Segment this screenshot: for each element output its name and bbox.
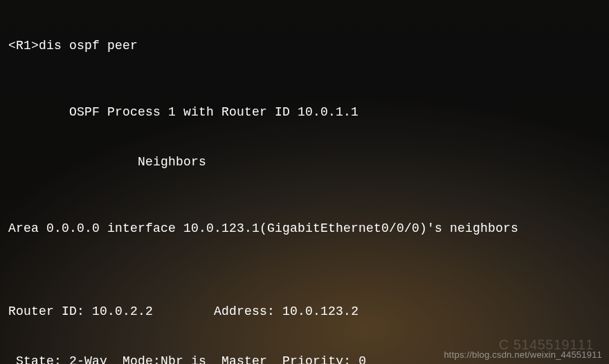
mode-text: Mode:Nbr is Master Priority: 0 [122, 354, 366, 364]
ospf-process-text: OSPF Process 1 with Router ID 10.0.1.1 [69, 105, 358, 119]
router-id-label: Router ID: [8, 304, 84, 318]
prompt-command: dis ospf peer [39, 39, 138, 53]
area-interface-line: Area 0.0.0.0 interface 10.0.123.1(Gigabi… [8, 220, 609, 237]
address-label: Address: [214, 304, 275, 318]
state-value: 2-Way [69, 354, 107, 364]
ospf-process-line: OSPF Process 1 with Router ID 10.0.1.1 [8, 104, 609, 120]
prompt-host: <R1> [8, 39, 39, 53]
watermark-url: https://blog.csdn.net/weixin_44551911 [444, 349, 602, 360]
ospf-neighbors-text: Neighbors [138, 155, 206, 169]
address-value: 10.0.123.2 [282, 304, 358, 318]
router-id-value: 10.0.2.2 [92, 304, 153, 318]
terminal-output: <R1>dis ospf peer OSPF Process 1 with Ro… [0, 0, 609, 364]
state-label: State: [16, 354, 62, 364]
ospf-neighbors-line: Neighbors [8, 154, 609, 170]
neighbor-router-id-line: Router ID: 10.0.2.2 Address: 10.0.123.2 [8, 303, 609, 320]
prompt-line[interactable]: <R1>dis ospf peer [8, 37, 609, 54]
